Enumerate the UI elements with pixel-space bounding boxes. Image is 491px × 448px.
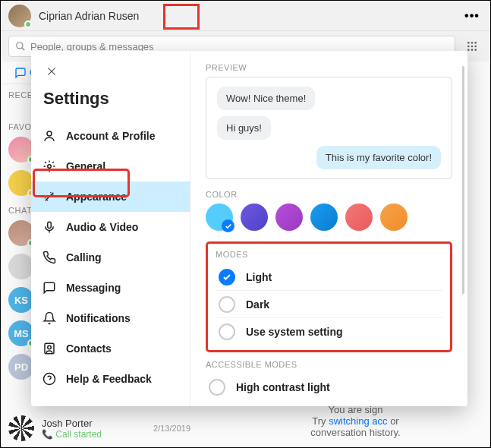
modes-label: MODES [216, 250, 442, 259]
checkmark-icon [222, 219, 234, 232]
nav-messaging[interactable]: Messaging [31, 273, 190, 303]
mode-label: Use system setting [246, 326, 343, 338]
nav-label: Contacts [66, 342, 112, 355]
radio-unselected [219, 323, 235, 340]
nav-help-feedback[interactable]: Help & Feedback [31, 364, 190, 394]
phone-icon [42, 251, 56, 264]
color-swatches [206, 203, 452, 231]
nav-label: Calling [66, 251, 102, 263]
svg-point-0 [17, 43, 23, 49]
mode-option-light[interactable]: Light [216, 263, 442, 291]
nav-label: Messaging [66, 282, 121, 294]
svg-point-13 [47, 131, 52, 136]
title-bar: Ciprian Adrian Rusen ••• [1, 1, 490, 31]
contact-date: 2/13/2019 [153, 424, 190, 433]
preview-msg-in: Hi guys! [217, 116, 271, 140]
color-swatch-indigo[interactable] [241, 203, 268, 231]
svg-point-14 [48, 165, 52, 169]
search-icon [15, 41, 26, 52]
nav-general[interactable]: General [31, 151, 190, 181]
radio-selected [219, 269, 235, 286]
avatar-initials: KS [8, 287, 34, 313]
color-swatch-blue[interactable] [310, 203, 338, 231]
status-dot-online [24, 21, 32, 28]
mode-option-system[interactable]: Use system setting [216, 318, 442, 345]
preview-label: PREVIEW [206, 63, 452, 72]
right-hint: You are sign Try switching acc or conver… [228, 404, 483, 438]
accessible-modes-label: ACCESSIBLE MODES [206, 360, 452, 369]
nav-calling[interactable]: Calling [31, 242, 190, 273]
nav-account-profile[interactable]: Account & Profile [31, 121, 190, 151]
svg-line-1 [22, 48, 25, 51]
settings-nav: Settings Account & Profile General Appea… [31, 51, 190, 406]
mode-option-high-contrast-light[interactable]: High contrast light [206, 374, 452, 401]
svg-point-3 [471, 42, 474, 44]
switch-account-link[interactable]: switching acc [329, 415, 387, 427]
svg-point-2 [467, 42, 470, 44]
nav-label: Appearance [66, 191, 127, 203]
contact-row-bottom[interactable]: Josh Porter 📞 Call started 2/13/2019 [1, 409, 198, 447]
svg-rect-15 [48, 222, 52, 228]
nav-contacts[interactable]: Contacts [31, 333, 190, 364]
person-icon [42, 129, 56, 143]
nav-label: Audio & Video [66, 221, 138, 233]
contact-sub: 📞 Call started [42, 429, 146, 440]
mode-label: High contrast light [236, 381, 330, 393]
contacts-icon [42, 342, 56, 355]
user-name: Ciprian Adrian Rusen [39, 10, 139, 22]
nav-notifications[interactable]: Notifications [31, 303, 190, 333]
nav-appearance[interactable]: Appearance [31, 181, 190, 212]
color-swatch-purple[interactable] [275, 203, 303, 231]
annotation-modes-highlight: MODES Light Dark Use system setting [206, 241, 452, 352]
svg-point-7 [474, 46, 477, 48]
settings-content: PREVIEW Wow! Nice theme! Hi guys! This i… [190, 51, 467, 406]
radio-unselected [219, 296, 235, 313]
theme-preview: Wow! Nice theme! Hi guys! This is my fav… [206, 77, 452, 179]
color-swatch-orange[interactable] [380, 203, 408, 231]
svg-point-17 [48, 345, 52, 349]
scrollbar[interactable] [462, 66, 464, 294]
gear-icon [42, 159, 56, 173]
mode-label: Dark [246, 298, 269, 311]
close-button[interactable] [40, 60, 63, 83]
svg-point-8 [467, 49, 470, 51]
hint-line: conversation history. [228, 427, 483, 438]
svg-point-9 [471, 49, 474, 51]
mode-label: Light [246, 271, 272, 283]
settings-modal: Settings Account & Profile General Appea… [31, 51, 467, 406]
radio-unselected [209, 379, 225, 396]
avatar[interactable] [8, 5, 31, 27]
hint-line: Try switching acc or [228, 415, 483, 427]
settings-title: Settings [31, 83, 190, 121]
avatar-initials: PD [8, 354, 34, 380]
svg-point-10 [474, 49, 477, 51]
mode-option-dark[interactable]: Dark [216, 291, 442, 318]
svg-point-4 [474, 42, 477, 44]
close-icon [46, 66, 57, 77]
help-icon [42, 372, 56, 386]
nav-audio-video[interactable]: Audio & Video [31, 212, 190, 242]
svg-point-5 [467, 46, 470, 48]
nav-label: Notifications [66, 312, 131, 324]
avatar [8, 415, 34, 441]
more-menu-button[interactable]: ••• [461, 5, 483, 27]
contact-name: Josh Porter [42, 418, 146, 429]
svg-point-6 [471, 46, 474, 48]
nav-label: General [66, 160, 105, 172]
preview-msg-in: Wow! Nice theme! [217, 87, 315, 110]
color-swatch-skyblue[interactable] [206, 203, 233, 231]
message-icon [42, 281, 56, 295]
color-label: COLOR [206, 190, 452, 199]
chat-icon [14, 67, 27, 79]
microphone-icon [42, 220, 56, 234]
preview-msg-out: This is my favorite color! [316, 146, 441, 169]
bell-icon [42, 311, 56, 325]
nav-label: Account & Profile [66, 130, 155, 142]
nav-label: Help & Feedback [66, 373, 152, 385]
magic-wand-icon [42, 190, 56, 203]
color-swatch-coral[interactable] [345, 203, 373, 231]
